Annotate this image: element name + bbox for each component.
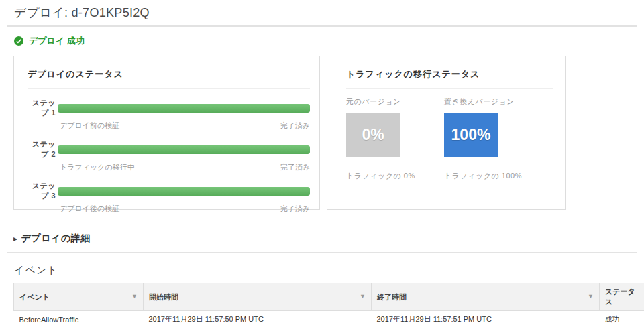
title-divider (7, 25, 637, 27)
original-version-box: 0% (346, 113, 400, 157)
panels-row: デプロイのステータス ステップ 1 デプロイ前の検証 完了済み ステップ 2 ト… (13, 56, 644, 210)
sort-icon[interactable]: ▼ (588, 292, 594, 300)
column-header-start-time[interactable]: 開始時間 ▼ (144, 283, 372, 311)
table-row: BeforeAllowTraffic 2017年11月29日 11:57:50 … (14, 311, 644, 325)
start-time-cell: 2017年11月29日 11:57:50 PM UTC (144, 311, 372, 325)
replacement-version-box: 100% (444, 113, 498, 157)
events-section-title: イベント (14, 264, 644, 277)
column-header-status[interactable]: ステータス (600, 283, 644, 311)
deployment-status-panel-title: デプロイのステータス (28, 67, 310, 89)
replacement-version-label: 置き換えバージョン (444, 96, 542, 107)
step-1-progress-bar (58, 104, 310, 113)
step-1-status: 完了済み (280, 121, 310, 131)
event-name-cell: BeforeAllowTraffic (14, 311, 144, 325)
traffic-captions: トラフィックの 0% トラフィックの 100% (346, 171, 553, 181)
deployment-status-text: デプロイ 成功 (29, 35, 85, 47)
deployment-details-toggle[interactable]: ▸ デプロイの詳細 (13, 233, 91, 245)
step-3-label: ステップ 3 (28, 181, 58, 201)
replacement-traffic-caption: トラフィックの 100% (444, 171, 542, 181)
step-1-row: ステップ 1 (28, 98, 310, 118)
status-cell: 成功 (600, 311, 644, 325)
events-table-header-row: イベント ▼ 開始時間 ▼ 終了時間 ▼ ステータス (14, 283, 644, 311)
traffic-divider (346, 164, 546, 164)
column-header-status-label: ステータス (605, 287, 635, 306)
traffic-columns: 元のバージョン 0% 置き換えバージョン 100% (346, 96, 553, 157)
sort-icon[interactable]: ▼ (131, 292, 138, 300)
step-3-row: ステップ 3 (28, 181, 310, 201)
step-2-label: ステップ 2 (28, 139, 58, 159)
step-3-description: デプロイ後の検証 (60, 204, 119, 214)
step-1-caption: デプロイ前の検証 完了済み (60, 121, 310, 131)
sort-icon[interactable]: ▼ (360, 292, 366, 300)
deployment-details-label: デプロイの詳細 (21, 233, 91, 245)
original-version-column: 元のバージョン 0% (346, 96, 444, 157)
end-time-cell: 2017年11月29日 11:57:51 PM UTC (372, 311, 600, 325)
column-header-event[interactable]: イベント ▼ (14, 283, 144, 311)
original-version-label: 元のバージョン (346, 96, 444, 107)
deployment-status-panel: デプロイのステータス ステップ 1 デプロイ前の検証 完了済み ステップ 2 ト… (13, 56, 320, 210)
step-3-caption: デプロイ後の検証 完了済み (60, 204, 310, 214)
traffic-shift-panel: トラフィックの移行ステータス 元のバージョン 0% 置き換えバージョン 100%… (327, 56, 566, 210)
page-title: デプロイ: d-7O1KP5I2Q (14, 5, 644, 21)
step-2-status: 完了済み (280, 162, 310, 172)
caret-right-icon: ▸ (13, 234, 18, 243)
column-header-end-time[interactable]: 終了時間 ▼ (372, 283, 600, 311)
deployment-status-banner: デプロイ 成功 (14, 35, 644, 47)
step-2-row: ステップ 2 (28, 139, 310, 159)
step-3-progress-bar (58, 187, 310, 196)
original-traffic-caption: トラフィックの 0% (346, 171, 444, 181)
step-1-description: デプロイ前の検証 (60, 121, 119, 131)
step-3-status: 完了済み (280, 204, 310, 214)
column-header-start-label: 開始時間 (149, 293, 178, 301)
details-divider (7, 252, 637, 253)
column-header-event-label: イベント (19, 293, 50, 301)
step-1-label: ステップ 1 (28, 98, 58, 118)
traffic-panel-title: トラフィックの移行ステータス (346, 67, 553, 89)
success-check-icon (14, 36, 23, 46)
column-header-end-label: 終了時間 (377, 293, 407, 301)
original-version-value: 0% (362, 126, 384, 144)
replacement-version-value: 100% (451, 126, 491, 144)
events-table: イベント ▼ 開始時間 ▼ 終了時間 ▼ ステータス BeforeAllowTr… (13, 283, 644, 325)
step-2-progress-bar (58, 145, 310, 154)
replacement-version-column: 置き換えバージョン 100% (444, 96, 542, 157)
step-2-description: トラフィックの移行中 (60, 162, 135, 172)
step-2-caption: トラフィックの移行中 完了済み (60, 162, 310, 172)
